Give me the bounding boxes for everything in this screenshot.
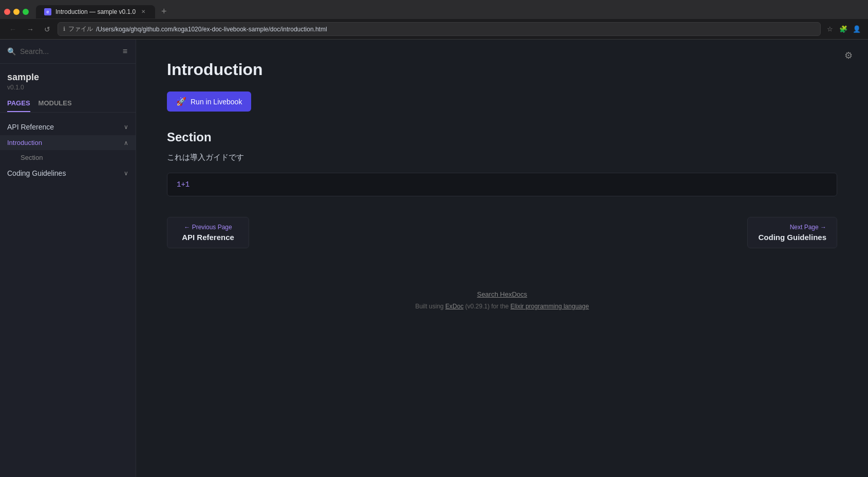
code-block: 1+1 — [167, 173, 837, 196]
page-navigation-buttons: ← Previous Page API Reference Next Page … — [167, 217, 837, 248]
address-lock-icon: ℹ — [63, 26, 65, 32]
sidebar-tabs: PAGES MODULES — [0, 95, 136, 113]
previous-page-button[interactable]: ← Previous Page API Reference — [167, 217, 249, 248]
address-url: /Users/koga/ghq/github.com/koga1020/ex-d… — [96, 26, 327, 33]
sidebar-item-introduction[interactable]: Introduction ∧ — [0, 135, 136, 150]
built-text: Built using — [415, 303, 445, 310]
address-bar-container: ← → ↺ ℹ ファイル /Users/koga/ghq/github.com/… — [0, 19, 868, 39]
chevron-down-icon-2: ∨ — [124, 170, 128, 177]
sidebar-item-api-reference[interactable]: API Reference ∨ — [0, 119, 136, 135]
bookmark-icon[interactable]: ☆ — [825, 24, 835, 34]
footer: Search HexDocs Built using ExDoc (v0.29.… — [167, 279, 837, 315]
extensions-icon[interactable]: 🧩 — [838, 24, 848, 34]
browser-action-buttons: ☆ 🧩 👤 — [825, 24, 862, 34]
minimize-window-button[interactable] — [13, 9, 20, 15]
tab-close-button[interactable]: ✕ — [140, 8, 147, 15]
sidebar-nav: API Reference ∨ Introduction ∧ Section C… — [0, 117, 136, 477]
brand-name: sample — [7, 72, 128, 83]
tab-modules[interactable]: MODULES — [39, 95, 72, 112]
brand-version: v0.1.0 — [7, 84, 128, 91]
sidebar: 🔍 ≡ sample v0.1.0 PAGES MODULES API Refe… — [0, 40, 136, 477]
forward-button[interactable]: → — [24, 24, 37, 34]
sidebar-brand: sample v0.1.0 — [0, 64, 136, 95]
browser-chrome: e Introduction — sample v0.1.0 ✕ + ← → ↺… — [0, 0, 868, 40]
active-tab[interactable]: e Introduction — sample v0.1.0 ✕ — [36, 5, 155, 19]
back-button[interactable]: ← — [6, 24, 20, 34]
search-icon: 🔍 — [7, 47, 16, 56]
elixir-link[interactable]: Elixir programming language — [511, 303, 589, 310]
next-page-title: Coding Guidelines — [758, 233, 826, 242]
page-title: Introduction — [167, 60, 837, 79]
footer-text: Built using ExDoc (v0.29.1) for the Elix… — [167, 303, 837, 310]
address-prefix: ファイル — [68, 25, 93, 33]
hamburger-button[interactable]: ≡ — [122, 46, 128, 57]
search-input[interactable] — [20, 47, 118, 56]
run-in-livebook-button[interactable]: 🚀 Run in Livebook — [167, 91, 251, 112]
tab-bar: e Introduction — sample v0.1.0 ✕ + — [0, 0, 868, 19]
app-layout: 🔍 ≡ sample v0.1.0 PAGES MODULES API Refe… — [0, 40, 868, 477]
section-heading: Section — [167, 130, 837, 144]
livebook-icon: 🚀 — [176, 97, 186, 106]
exdoc-link[interactable]: ExDoc — [445, 303, 463, 310]
refresh-button[interactable]: ↺ — [41, 24, 53, 34]
introduction-label: Introduction — [7, 139, 42, 146]
settings-button[interactable]: ⚙ — [844, 50, 853, 61]
next-page-button[interactable]: Next Page → Coding Guidelines — [747, 217, 837, 248]
tab-title: Introduction — sample v0.1.0 — [55, 8, 136, 15]
tab-favicon: e — [44, 8, 51, 15]
api-reference-label: API Reference — [7, 123, 54, 131]
tab-pages[interactable]: PAGES — [7, 95, 30, 112]
livebook-btn-label: Run in Livebook — [191, 98, 242, 106]
address-bar[interactable]: ℹ ファイル /Users/koga/ghq/github.com/koga10… — [58, 22, 821, 36]
exdoc-version-text: (v0.29.1) for the — [463, 303, 510, 310]
coding-guidelines-label: Coding Guidelines — [7, 169, 66, 177]
code-content: 1+1 — [177, 180, 190, 189]
next-page-label: Next Page → — [758, 224, 826, 231]
chevron-up-icon: ∧ — [124, 139, 128, 146]
traffic-lights — [4, 9, 29, 15]
fullscreen-window-button[interactable] — [23, 9, 29, 15]
chevron-down-icon: ∨ — [124, 123, 128, 131]
prev-page-label: ← Previous Page — [178, 224, 238, 231]
sidebar-item-coding-guidelines[interactable]: Coding Guidelines ∨ — [0, 165, 136, 181]
sidebar-item-section[interactable]: Section — [0, 150, 136, 165]
main-content: ⚙ Introduction 🚀 Run in Livebook Section… — [136, 40, 868, 477]
search-hexdocs-link[interactable]: Search HexDocs — [477, 290, 527, 298]
profile-icon[interactable]: 👤 — [852, 24, 862, 34]
section-text: これは導入ガイドです — [167, 153, 837, 162]
new-tab-button[interactable]: + — [157, 4, 171, 19]
prev-page-title: API Reference — [178, 233, 238, 242]
close-window-button[interactable] — [4, 9, 10, 15]
search-bar: 🔍 ≡ — [0, 40, 136, 64]
